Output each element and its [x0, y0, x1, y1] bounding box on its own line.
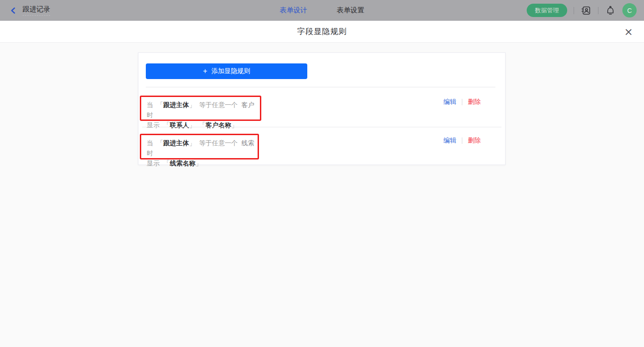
bracket-close: 」 — [196, 159, 202, 167]
back-icon[interactable] — [9, 6, 17, 15]
close-icon[interactable]: × — [624, 26, 633, 37]
rule-suffix: 时 — [147, 111, 153, 119]
bracket-close: 」 — [189, 139, 196, 147]
bracket-close: 」 — [189, 101, 196, 108]
page-title: 字段显隐规则 — [297, 26, 347, 37]
bracket-close: 」 — [189, 121, 196, 129]
rule-condition-line: 当 「跟进主体」 等于任意一个 客户 时 — [147, 100, 260, 120]
divider — [142, 127, 501, 127]
data-manage-button[interactable]: 数据管理 — [527, 4, 567, 17]
contacts-icon[interactable] — [581, 5, 592, 16]
rule-condition-line: 当 「跟进主体」 等于任意一个 线索 时 — [147, 138, 258, 158]
actions-divider — [462, 99, 462, 105]
rule-action-field: 「线索名称」 — [163, 159, 202, 167]
bracket-close: 」 — [231, 121, 238, 129]
rule-when: 当 — [147, 101, 153, 108]
form-name-label[interactable]: 跟进记录 — [23, 5, 50, 16]
app-header: 跟进记录 表单设计 表单设置 数据管理 C — [0, 0, 644, 21]
divider — [146, 87, 495, 87]
bracket-open: 「 — [163, 159, 170, 167]
delete-link[interactable]: 删除 — [468, 137, 481, 145]
actions-divider — [462, 137, 462, 144]
rule-when: 当 — [147, 139, 153, 147]
rule-action: 显示 — [147, 121, 160, 129]
header-divider — [574, 7, 574, 14]
rule-annotation-box-1[interactable]: 当 「跟进主体」 等于任意一个 客户 时 显示 「联系人」 「客户名称」 — [140, 96, 261, 121]
rule-operator: 等于任意一个 — [199, 101, 238, 108]
rule-action-field: 「客户名称」 — [199, 121, 238, 129]
header-divider — [598, 7, 598, 14]
rule-operator: 等于任意一个 — [199, 139, 238, 147]
rule-action-field: 「联系人」 — [163, 121, 196, 129]
tab-form-settings[interactable]: 表单设置 — [337, 6, 364, 15]
edit-link[interactable]: 编辑 — [443, 137, 456, 145]
rule-value: 线索 — [242, 139, 254, 147]
header-right: 数据管理 C — [527, 0, 637, 21]
avatar[interactable]: C — [622, 3, 637, 17]
bracket-open: 「 — [163, 121, 170, 129]
rule-actions-2: 编辑 删除 — [443, 136, 481, 146]
rule-action-line: 显示 「线索名称」 — [147, 158, 258, 168]
plus-icon: + — [203, 68, 207, 75]
rule-action-line: 显示 「联系人」 「客户名称」 — [147, 120, 260, 130]
modal-titlebar: 字段显隐规则 × — [0, 21, 644, 43]
rule-annotation-box-2[interactable]: 当 「跟进主体」 等于任意一个 线索 时 显示 「线索名称」 — [140, 134, 259, 159]
rule-suffix: 时 — [147, 149, 153, 157]
bell-icon[interactable] — [605, 5, 616, 16]
rule-actions-1: 编辑 删除 — [443, 97, 481, 107]
rule-action: 显示 — [147, 159, 160, 167]
rule-condition-field: 「跟进主体」 — [157, 139, 196, 147]
rule-condition-field: 「跟进主体」 — [157, 101, 196, 108]
tab-form-design[interactable]: 表单设计 — [280, 6, 307, 15]
edit-link[interactable]: 编辑 — [443, 98, 456, 106]
bracket-open: 「 — [157, 101, 163, 108]
bracket-open: 「 — [199, 121, 206, 129]
delete-link[interactable]: 删除 — [468, 98, 481, 106]
header-left: 跟进记录 — [9, 0, 50, 21]
rule-value: 客户 — [242, 101, 254, 108]
add-rule-button[interactable]: + 添加显隐规则 — [146, 63, 307, 79]
rules-card: + 添加显隐规则 当 「跟进主体」 等于任意一个 客户 时 显示 「联系人」 「… — [138, 52, 506, 165]
bracket-open: 「 — [157, 139, 163, 147]
add-rule-button-label: 添加显隐规则 — [212, 67, 250, 75]
